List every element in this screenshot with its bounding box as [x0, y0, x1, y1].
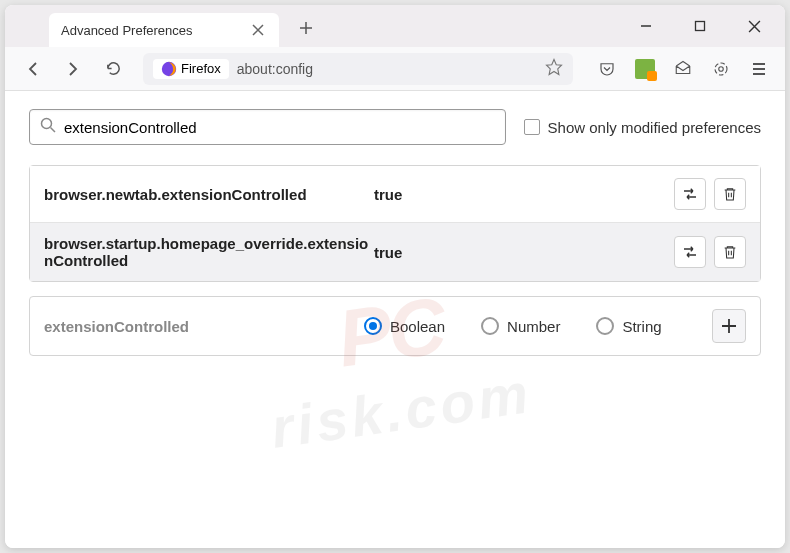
- pref-value: true: [374, 186, 674, 203]
- radio-label: Number: [507, 318, 560, 335]
- back-button[interactable]: [17, 53, 49, 85]
- radio-icon: [364, 317, 382, 335]
- add-button[interactable]: [712, 309, 746, 343]
- navbar: Firefox about:config: [5, 47, 785, 91]
- shield-icon[interactable]: [707, 55, 735, 83]
- pref-value: true: [374, 244, 674, 261]
- pref-actions: [674, 236, 746, 268]
- search-box[interactable]: [29, 109, 506, 145]
- pocket-icon[interactable]: [593, 55, 621, 83]
- close-window-button[interactable]: [739, 11, 769, 41]
- watermark-text: risk.com: [267, 360, 536, 461]
- browser-window: Advanced Preferences: [5, 5, 785, 548]
- radio-label: String: [622, 318, 661, 335]
- account-icon[interactable]: [669, 55, 697, 83]
- svg-point-4: [42, 119, 52, 129]
- content: Show only modified preferences browser.n…: [5, 91, 785, 548]
- pref-name: browser.startup.homepage_override.extens…: [44, 235, 374, 269]
- search-icon: [40, 117, 56, 137]
- minimize-button[interactable]: [631, 11, 661, 41]
- new-tab-button[interactable]: [291, 13, 321, 43]
- checkbox-icon: [524, 119, 540, 135]
- svg-point-2: [715, 63, 727, 75]
- modified-only-checkbox[interactable]: Show only modified preferences: [524, 119, 761, 136]
- close-tab-icon[interactable]: [249, 21, 267, 39]
- svg-rect-0: [696, 22, 705, 31]
- titlebar: Advanced Preferences: [5, 5, 785, 47]
- toggle-button[interactable]: [674, 236, 706, 268]
- bookmark-star-icon[interactable]: [545, 58, 563, 80]
- firefox-icon: [161, 61, 177, 77]
- pref-row: browser.startup.homepage_override.extens…: [30, 222, 760, 281]
- delete-button[interactable]: [714, 236, 746, 268]
- type-radio-group: Boolean Number String: [364, 317, 662, 335]
- search-row: Show only modified preferences: [29, 109, 761, 145]
- toggle-button[interactable]: [674, 178, 706, 210]
- identity-label: Firefox: [181, 61, 221, 76]
- radio-icon: [596, 317, 614, 335]
- svg-point-3: [719, 66, 724, 71]
- forward-button[interactable]: [57, 53, 89, 85]
- window-controls: [631, 11, 769, 41]
- radio-number[interactable]: Number: [481, 317, 560, 335]
- url-text: about:config: [237, 61, 537, 77]
- pref-row: browser.newtab.extensionControlled true: [30, 166, 760, 222]
- pref-name: browser.newtab.extensionControlled: [44, 186, 374, 203]
- menu-button[interactable]: [745, 55, 773, 83]
- radio-string[interactable]: String: [596, 317, 661, 335]
- browser-tab[interactable]: Advanced Preferences: [49, 13, 279, 47]
- tab-title: Advanced Preferences: [61, 23, 249, 38]
- new-pref-row: extensionControlled Boolean Number Strin…: [29, 296, 761, 356]
- radio-boolean[interactable]: Boolean: [364, 317, 445, 335]
- checkbox-label-text: Show only modified preferences: [548, 119, 761, 136]
- pref-actions: [674, 178, 746, 210]
- identity-badge[interactable]: Firefox: [153, 59, 229, 79]
- new-pref-name: extensionControlled: [44, 318, 324, 335]
- toolbar-right: [593, 55, 773, 83]
- radio-icon: [481, 317, 499, 335]
- pref-table: browser.newtab.extensionControlled true …: [29, 165, 761, 282]
- search-input[interactable]: [64, 119, 495, 136]
- radio-label: Boolean: [390, 318, 445, 335]
- extension-icon[interactable]: [631, 55, 659, 83]
- delete-button[interactable]: [714, 178, 746, 210]
- maximize-button[interactable]: [685, 11, 715, 41]
- urlbar[interactable]: Firefox about:config: [143, 53, 573, 85]
- reload-button[interactable]: [97, 53, 129, 85]
